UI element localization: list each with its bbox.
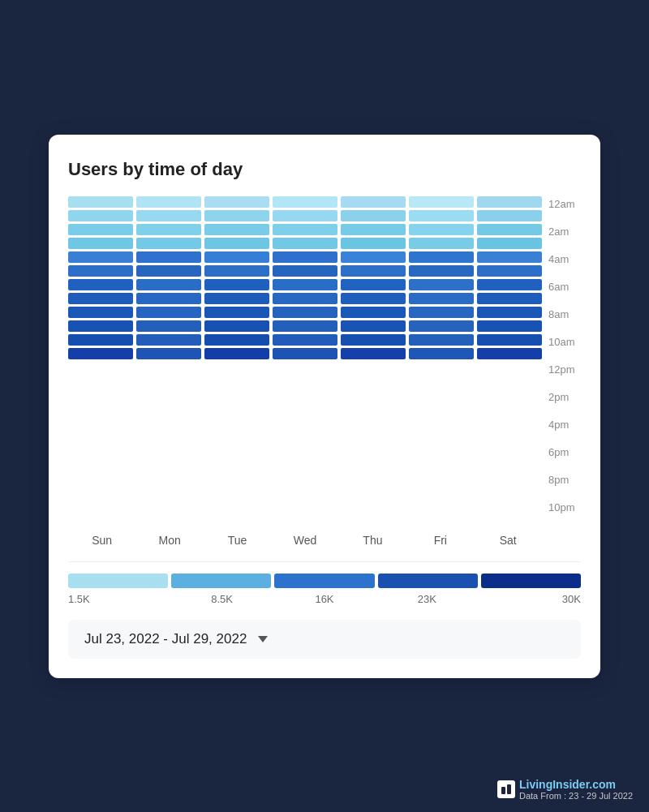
chart-row [68,265,542,277]
chart-row [68,320,542,332]
chart-cell [136,293,201,304]
chart-row [68,210,542,221]
chart-cell [204,210,269,221]
chart-cell [204,279,269,290]
date-range-section[interactable]: Jul 23, 2022 - Jul 29, 2022 [68,620,581,659]
legend-bar [68,574,168,588]
chart-cell [204,293,269,304]
legend-bar [481,574,581,588]
chart-cell [136,238,201,249]
chart-cell [341,265,406,277]
chart-cell [204,238,269,249]
chart-cell [204,334,269,346]
chart-cell [477,196,542,208]
chart-grid [68,196,542,527]
footer-brand: LivingInsider.com [519,778,616,791]
chart-cell [136,224,201,235]
chart-cell [409,210,474,221]
time-label: 10pm [548,500,581,527]
chart-cell [136,265,201,277]
chart-cell [273,238,337,249]
chart-cell [477,334,542,346]
chart-cell [341,210,406,221]
chart-cell [136,334,201,346]
chart-row [68,334,542,346]
chart-cell [68,307,133,318]
chart-cell [204,196,269,208]
chart-cell [409,238,474,249]
footer-data-range: Data From : 23 - 29 Jul 2022 [519,791,633,801]
chart-cell [68,348,133,359]
chart-row [68,224,542,235]
time-labels: 12am2am4am6am8am10am12pm2pm4pm6pm8pm10pm [548,196,581,527]
chart-cell [68,320,133,332]
time-label: 6pm [548,445,581,472]
time-label: 12pm [548,362,581,389]
time-label: 12am [548,196,581,224]
day-label: Thu [339,534,406,547]
chart-cell [273,320,337,332]
chart-cell [409,334,474,346]
chart-cell [204,265,269,277]
chart-cell [68,279,133,290]
chart-cell [136,251,201,263]
footer-logo: LivingInsider.com Data From : 23 - 29 Ju… [497,778,633,801]
chart-cell [273,224,337,235]
day-label: Fri [406,534,474,547]
chart-cell [409,224,474,235]
chart-cell [273,265,337,277]
chart-cell [68,265,133,277]
chart-cell [477,293,542,304]
chart-cell [341,334,406,346]
legend-bars [68,574,581,588]
footer-text-col: LivingInsider.com Data From : 23 - 29 Ju… [519,778,633,801]
dropdown-chevron-icon[interactable] [258,636,268,642]
chart-cell [341,348,406,359]
legend-value-label: 30K [479,593,581,605]
chart-cell [409,348,474,359]
chart-cell [341,251,406,263]
chart-cell [477,210,542,221]
chart-cell [409,251,474,263]
chart-cell [341,224,406,235]
time-label: 8pm [548,472,581,500]
chart-area: 12am2am4am6am8am10am12pm2pm4pm6pm8pm10pm [68,196,581,527]
chart-cell [68,238,133,249]
chart-cell [477,224,542,235]
chart-cell [477,265,542,277]
chart-cell [204,251,269,263]
chart-cell [273,251,337,263]
chart-cell [409,307,474,318]
chart-cell [341,307,406,318]
time-label: 2pm [548,389,581,417]
chart-cell [273,293,337,304]
chart-cell [68,210,133,221]
day-label: Tue [204,534,271,547]
chart-cell [341,320,406,332]
chart-cell [273,196,337,208]
chart-cell [341,196,406,208]
chart-cell [136,348,201,359]
chart-cell [341,238,406,249]
legend-value-label: 16K [273,593,376,605]
legend-value-label: 23K [376,593,478,605]
chart-row [68,196,542,208]
chart-cell [136,279,201,290]
time-label: 8am [548,307,581,334]
chart-cell [68,334,133,346]
chart-cell [409,196,474,208]
legend-value-label: 8.5K [170,593,273,605]
chart-cell [341,279,406,290]
time-label: 10am [548,334,581,362]
logo-icon [497,780,515,798]
day-label: Wed [271,534,338,547]
chart-cell [477,348,542,359]
chart-cell [477,279,542,290]
chart-title: Users by time of day [68,159,581,180]
chart-cell [477,251,542,263]
chart-cell [409,293,474,304]
chart-cell [136,196,201,208]
chart-row [68,279,542,290]
chart-cell [204,224,269,235]
chart-cell [136,320,201,332]
